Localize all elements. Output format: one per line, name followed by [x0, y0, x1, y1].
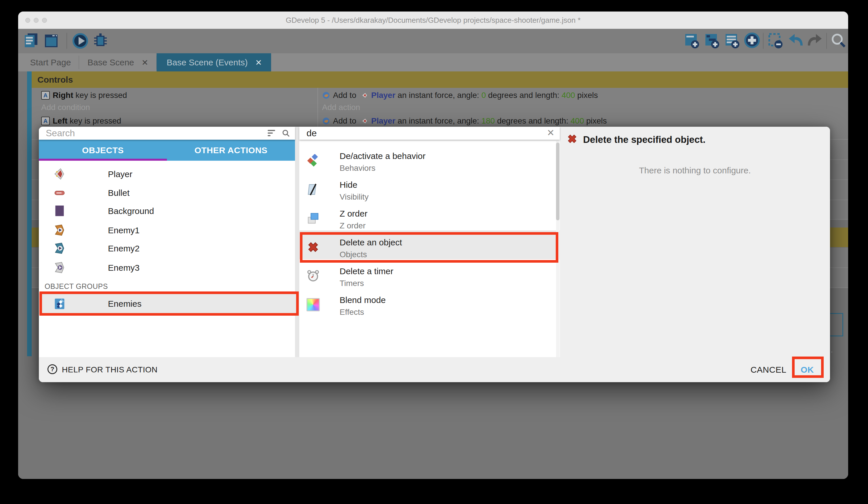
z-order-icon [307, 212, 320, 225]
result-z-order[interactable]: Z order Z order [299, 202, 560, 230]
enemies-group-icon [53, 298, 66, 310]
scene-editor-icon[interactable] [43, 32, 60, 50]
add-condition-link[interactable]: Add condition [41, 103, 90, 112]
delete-selection-icon[interactable] [766, 32, 784, 50]
instruction-editor-dialog: OBJECTS OTHER ACTIONS Player Bullet Back… [39, 127, 830, 382]
clear-search-icon[interactable]: ✕ [547, 127, 555, 138]
close-tab-icon[interactable]: ✕ [142, 58, 148, 67]
object-search-input[interactable] [46, 127, 253, 140]
toolbar-separator [66, 33, 67, 49]
condition-text[interactable]: A Left key is pressed [41, 117, 121, 125]
result-blend-mode[interactable]: Blend mode Effects [299, 288, 560, 317]
search-icon[interactable] [281, 129, 291, 138]
help-link[interactable]: HELP FOR THIS ACTION [62, 365, 158, 374]
window-title: GDevelop 5 - /Users/dkarakay/Documents/G… [18, 11, 848, 29]
toolbar-separator [826, 33, 827, 49]
hide-icon [307, 183, 320, 196]
add-event-icon[interactable] [683, 32, 700, 50]
keyboard-icon: A [41, 91, 50, 100]
list-item-enemy1[interactable]: Enemy1 [39, 221, 295, 240]
detail-title: Delete the specified object. [583, 134, 705, 145]
detail-empty-text: There is nothing to configure. [560, 165, 830, 175]
object-search-row [39, 127, 295, 140]
panel-divider [295, 127, 299, 357]
screenshot-root: GDevelop 5 - /Users/dkarakay/Documents/G… [0, 0, 868, 504]
tab-start-page[interactable]: Start Page [22, 53, 79, 71]
list-item-enemy3[interactable]: Enemy3 [39, 258, 295, 277]
bullet-icon [53, 187, 66, 199]
timer-icon [307, 269, 320, 283]
delete-object-icon [566, 133, 578, 144]
tab-other-actions[interactable]: OTHER ACTIONS [167, 140, 295, 161]
background-icon [53, 204, 66, 217]
toolbar-separator [763, 33, 764, 49]
debugger-icon[interactable] [92, 32, 109, 50]
list-item-bullet[interactable]: Bullet [39, 183, 295, 202]
active-tab-indicator [39, 159, 167, 161]
event-group-header[interactable]: Controls [32, 71, 848, 88]
redo-icon[interactable] [807, 32, 824, 50]
editor-tabbar: Start Page Base Scene✕ Base Scene (Event… [18, 53, 848, 71]
add-comment-icon[interactable] [723, 32, 741, 50]
player-icon [53, 168, 66, 180]
behavior-icon [307, 154, 320, 167]
enemy3-icon [53, 261, 66, 274]
condition-action-divider [318, 88, 318, 113]
keyboard-icon: A [41, 117, 50, 125]
search-events-icon[interactable] [830, 32, 847, 50]
player-object-icon [361, 118, 368, 124]
help-icon[interactable]: ? [48, 364, 57, 374]
delete-object-icon [307, 241, 320, 254]
event-row[interactable]: A Right key is pressed Add condition Add… [32, 88, 848, 114]
result-hide[interactable]: Hide Visibility [299, 173, 560, 202]
player-object-icon [361, 92, 368, 99]
action-search-input[interactable] [307, 127, 525, 140]
result-delete-object[interactable]: Delete an object Objects [299, 230, 560, 259]
object-groups-header: OBJECT GROUPS [45, 282, 108, 291]
action-text[interactable]: Add to Player an instant force, angle: 1… [322, 117, 607, 125]
filter-icon[interactable] [268, 130, 275, 138]
result-deactivate-behavior[interactable]: De/activate a behavior Behaviors [299, 144, 560, 173]
dialog-tabs: OBJECTS OTHER ACTIONS [39, 140, 295, 161]
event-drag-handle-strip[interactable] [27, 71, 32, 356]
enemy2-icon [53, 242, 66, 255]
result-delete-timer[interactable]: Delete a timer Timers [299, 259, 560, 288]
close-tab-icon[interactable]: ✕ [255, 58, 262, 67]
app-window: GDevelop 5 - /Users/dkarakay/Documents/G… [18, 11, 848, 479]
enemy1-icon [53, 224, 66, 236]
blend-mode-icon [307, 298, 320, 311]
action-search-row: ✕ [299, 127, 560, 140]
add-circle-icon[interactable] [743, 32, 761, 50]
titlebar: GDevelop 5 - /Users/dkarakay/Documents/G… [18, 11, 848, 29]
toolbar [18, 29, 848, 53]
dialog-footer: ? HELP FOR THIS ACTION CANCEL OK [39, 357, 830, 382]
list-item-player[interactable]: Player [39, 165, 295, 183]
list-item-group-enemies[interactable]: Enemies [39, 293, 295, 314]
tab-base-scene-events[interactable]: Base Scene (Events)✕ [157, 53, 271, 71]
ok-button[interactable]: OK [794, 365, 820, 375]
add-action-link[interactable]: Add action [322, 103, 360, 112]
list-item-enemy2[interactable]: Enemy2 [39, 239, 295, 258]
condition-text[interactable]: A Right key is pressed [41, 91, 127, 100]
undo-icon[interactable] [787, 32, 804, 50]
add-force-icon [322, 117, 330, 125]
list-item-background[interactable]: Background [39, 202, 295, 220]
tab-objects[interactable]: OBJECTS [39, 140, 167, 161]
scrollbar-thumb[interactable] [556, 143, 559, 220]
action-text[interactable]: Add to Player an instant force, angle: 0… [322, 91, 598, 100]
add-subevent-icon[interactable] [703, 32, 720, 50]
add-force-icon [322, 91, 330, 99]
project-manager-icon[interactable] [22, 32, 40, 50]
detail-panel: Delete the specified object. There is no… [560, 127, 830, 357]
results-scrollbar[interactable] [556, 141, 559, 357]
cancel-button[interactable]: CANCEL [747, 365, 790, 375]
play-icon[interactable] [72, 32, 89, 50]
tab-base-scene[interactable]: Base Scene✕ [79, 53, 156, 71]
